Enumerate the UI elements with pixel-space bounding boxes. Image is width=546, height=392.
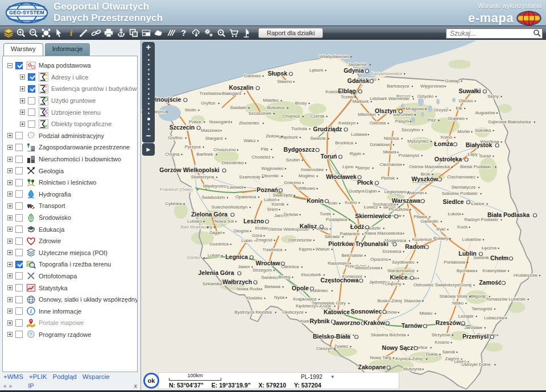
layer-checkbox[interactable] [28, 120, 35, 128]
layer-label[interactable]: Użyteczne miejsca (POI) [39, 249, 107, 256]
expand-icon[interactable] [20, 74, 25, 80]
expand-icon[interactable] [20, 98, 25, 103]
zoom-in-button[interactable]: + [143, 43, 154, 52]
layer-label[interactable]: Obiekty topograficzne [51, 120, 111, 127]
tab-warstwy[interactable]: Warstwy [3, 43, 43, 56]
layer-checkbox[interactable] [15, 132, 23, 139]
layer-label[interactable]: Topografia i rzeźba terenu [39, 261, 111, 268]
map-area[interactable]: WładysławowoJastarniaLęborkDarłowoSławno… [141, 40, 546, 390]
expand-icon[interactable] [7, 308, 13, 314]
link-icon[interactable] [90, 26, 102, 39]
footer-link-wms[interactable]: +WMS [3, 373, 23, 380]
settings-icon[interactable] [202, 26, 215, 39]
layer-label[interactable]: Osnowy, siatki i układy współrzędnych [39, 296, 138, 303]
windows-icon[interactable] [127, 26, 140, 39]
layer-checkbox[interactable] [15, 156, 23, 163]
zoom-level-dot[interactable] [148, 88, 150, 90]
layer-label[interactable]: Edukacja [39, 226, 64, 233]
layer-label[interactable]: Podział administracyjny [39, 132, 104, 139]
zoom-level-dot[interactable] [148, 108, 150, 110]
zoom-level-dot[interactable] [148, 93, 150, 95]
search-plot-icon[interactable] [215, 26, 228, 39]
zoom-level-dot[interactable] [148, 123, 150, 125]
zoom-level-dot[interactable] [148, 73, 150, 75]
hatch-icon[interactable] [165, 26, 177, 39]
expand-icon[interactable] [7, 180, 13, 185]
footer-link-podgląd[interactable]: Podgląd [52, 373, 76, 380]
layer-label[interactable]: Zagospodarowanie przestrzenne [39, 144, 130, 151]
ip-link[interactable]: IP [28, 382, 34, 389]
info-icon[interactable]: i [65, 26, 77, 39]
zoom-level-dot[interactable] [148, 78, 150, 80]
layer-label[interactable]: Środowisko [39, 214, 71, 221]
layer-checkbox[interactable] [15, 319, 23, 327]
alert-icon[interactable] [240, 26, 253, 39]
layer-checkbox[interactable] [15, 261, 23, 268]
layer-label[interactable]: Geologia [39, 168, 64, 174]
zoom-out-button[interactable]: − [143, 132, 154, 141]
layer-label[interactable]: Statystyka [39, 285, 68, 291]
report-button[interactable]: Raport dla działki [258, 28, 323, 38]
expand-icon[interactable] [7, 145, 13, 150]
select-area-icon[interactable] [40, 26, 52, 39]
panel-collapse-button[interactable]: ▶ [142, 143, 155, 156]
layer-checkbox[interactable] [15, 214, 23, 222]
expand-icon[interactable] [20, 110, 25, 115]
layer-checkbox[interactable] [15, 62, 23, 69]
layer-checkbox[interactable] [15, 179, 23, 186]
tab-informacje[interactable]: Informacje [45, 43, 90, 56]
layer-checkbox[interactable] [15, 167, 23, 174]
layer-checkbox[interactable] [15, 226, 23, 233]
layer-checkbox[interactable] [28, 109, 35, 116]
zoom-level-dot[interactable] [148, 112, 150, 114]
layer-checkbox[interactable] [28, 85, 35, 93]
crs-dropdown[interactable]: PL-1992 ▼ [301, 374, 335, 380]
expand-icon[interactable] [7, 191, 13, 197]
expand-icon[interactable] [7, 262, 13, 267]
layer-label[interactable]: Hydrografia [39, 191, 71, 198]
layer-checkbox[interactable] [15, 237, 23, 245]
layer-checkbox[interactable] [15, 272, 23, 280]
measure-icon[interactable] [77, 26, 90, 39]
expand-icon[interactable] [7, 285, 13, 290]
pager-next-button[interactable]: » [9, 383, 13, 389]
cursor-icon[interactable] [52, 26, 65, 39]
layer-checkbox[interactable] [15, 307, 23, 315]
expand-icon[interactable] [7, 239, 13, 244]
expand-icon[interactable] [7, 157, 13, 162]
layer-checkbox[interactable] [28, 97, 35, 105]
zoom-in-icon[interactable] [15, 26, 27, 39]
layer-label[interactable]: Zdrowie [39, 237, 61, 244]
zoom-level-dot[interactable] [148, 59, 150, 61]
zoom-level-dot[interactable] [148, 54, 150, 56]
layer-label[interactable]: Inne informacje [39, 308, 81, 315]
expand-icon[interactable] [7, 227, 13, 232]
footer-link-plik[interactable]: +PLIK [29, 373, 47, 380]
zoom-level-dot[interactable] [148, 98, 150, 99]
cloud-download-icon[interactable] [190, 26, 202, 39]
layer-checkbox[interactable] [15, 190, 23, 198]
expand-icon[interactable] [20, 86, 25, 91]
layer-label[interactable]: Transport [39, 202, 65, 209]
layer-checkbox[interactable] [28, 73, 35, 81]
expand-icon[interactable] [7, 215, 13, 220]
layer-checkbox[interactable] [15, 296, 23, 303]
layer-checkbox[interactable] [15, 202, 23, 210]
search-icon[interactable] [533, 29, 541, 37]
anchor-icon[interactable] [115, 26, 127, 39]
search-input[interactable] [446, 28, 543, 39]
zoom-level-dot[interactable] [148, 103, 150, 105]
expand-icon[interactable] [20, 122, 25, 127]
print-icon[interactable] [102, 26, 115, 39]
layer-label[interactable]: Ewidencja gruntów i budynków [51, 85, 136, 92]
layer-checkbox[interactable] [15, 284, 23, 291]
expand-icon[interactable] [7, 297, 13, 302]
pager-prev-button[interactable]: « [3, 383, 7, 389]
zoom-out-icon[interactable] [27, 26, 40, 39]
layer-label[interactable]: Użytki gruntowe [51, 97, 96, 104]
layer-checkbox[interactable] [15, 144, 23, 151]
layout-icon[interactable] [140, 26, 152, 39]
layer-label[interactable]: Nieruchomości i budownictwo [39, 156, 121, 162]
collapse-icon[interactable] [7, 63, 13, 68]
layer-label[interactable]: Mapa podstawowa [39, 62, 91, 69]
